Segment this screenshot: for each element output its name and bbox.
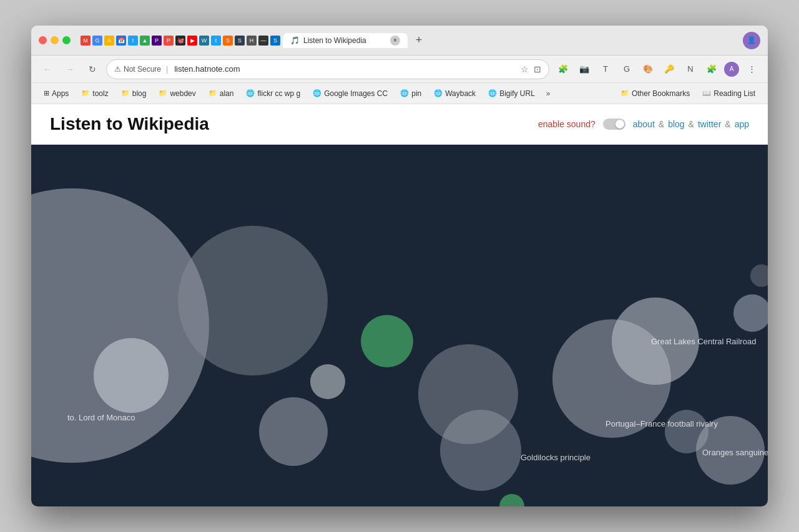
bubble-b11	[612, 297, 699, 385]
bookmark-webdev[interactable]: 📁 webdev	[154, 87, 200, 100]
active-tab-label: Listen to Wikipedia	[303, 36, 366, 45]
tab-icon-s[interactable]: S	[270, 36, 280, 46]
collapsed-tabs: M G A 📅 t ▲ P P 🐙 ▶ W t S S H — S	[81, 36, 280, 46]
bookmark-toolz[interactable]: 📁 toolz	[76, 87, 113, 100]
grammarly-icon[interactable]: G	[618, 60, 635, 78]
globe-icon-1: 🌐	[246, 89, 255, 97]
bubble-b5	[361, 315, 413, 367]
reload-button[interactable]: ↻	[84, 60, 101, 78]
tab-icon-hp[interactable]: H	[247, 36, 257, 46]
tab-bar: M G A 📅 t ▲ P P 🐙 ▶ W t S S H — S 🎵	[81, 32, 738, 49]
tab-icon-tw2[interactable]: t	[211, 36, 221, 46]
bookmark-alan[interactable]: 📁 alan	[203, 87, 239, 100]
apps-icon: ⊞	[44, 89, 49, 97]
tab-icon-yt[interactable]: ▶	[187, 36, 197, 46]
tab-close-button[interactable]: ×	[390, 36, 400, 46]
sep-2: &	[689, 119, 694, 129]
tab-icon-g[interactable]: G	[92, 36, 102, 46]
browser-actions: 🧩 📷 T G 🎨 🔑 N 🧩 A ⋮	[554, 60, 760, 78]
new-tab-button[interactable]: +	[410, 32, 428, 49]
forward-button[interactable]: →	[61, 60, 79, 78]
bubble-b13	[696, 416, 765, 485]
bubble-b15	[750, 264, 768, 287]
profile-icon: 👤	[747, 36, 756, 44]
page-header: Listen to Wikipedia enable sound? about …	[31, 104, 768, 145]
active-tab[interactable]: 🎵 Listen to Wikipedia ×	[283, 33, 408, 48]
bookmark-apps-label: Apps	[52, 89, 69, 98]
app-link[interactable]: app	[735, 119, 749, 129]
security-indicator: ⚠ Not Secure |	[114, 65, 170, 74]
1password-icon[interactable]: 🔑	[660, 60, 678, 78]
traffic-lights	[39, 36, 71, 44]
browser-window: M G A 📅 t ▲ P P 🐙 ▶ W t S S H — S 🎵	[31, 26, 768, 506]
bookmark-other[interactable]: 📁 Other Bookmarks	[615, 87, 695, 100]
enable-sound-link[interactable]: enable sound?	[538, 119, 596, 129]
title-bar: M G A 📅 t ▲ P P 🐙 ▶ W t S S H — S 🎵	[31, 26, 768, 56]
bookmark-bigify-label: Bigify URL	[499, 89, 535, 98]
bookmark-flickr-label: flickr cc wp g	[257, 89, 300, 98]
bookmark-wayback-label: Wayback	[445, 89, 476, 98]
tab-icon-so[interactable]: S	[223, 36, 233, 46]
tab-icon-gh[interactable]: 🐙	[175, 36, 185, 46]
tab-icon-wp[interactable]: W	[199, 36, 209, 46]
warning-icon: ⚠	[114, 65, 121, 74]
screenshot-icon[interactable]: 📷	[576, 60, 593, 78]
bookmark-star-icon[interactable]: ☆	[521, 64, 529, 74]
not-secure-label: Not Secure	[124, 65, 161, 74]
bubble-b2	[178, 226, 328, 375]
cast-icon[interactable]: ⊡	[534, 64, 541, 74]
color-icon[interactable]: 🎨	[639, 60, 657, 78]
reading-list-icon: 📖	[702, 89, 711, 97]
bubble-b26	[94, 338, 169, 413]
bookmark-google-images[interactable]: 🌐 Google Images CC	[308, 87, 393, 100]
notion-icon[interactable]: N	[682, 60, 699, 78]
profile-button[interactable]: 👤	[743, 32, 760, 49]
more-options-button[interactable]: ⋮	[743, 60, 760, 78]
bubble-b3	[259, 397, 328, 466]
bookmark-bigify[interactable]: 🌐 Bigify URL	[483, 87, 540, 100]
bookmark-toolz-label: toolz	[92, 89, 108, 98]
bookmark-wayback[interactable]: 🌐 Wayback	[429, 87, 481, 100]
profile-avatar[interactable]: A	[724, 62, 739, 77]
tab-icon-tw[interactable]: t	[128, 36, 138, 46]
bubble-label-4: Goldilocks principle	[521, 453, 591, 462]
url-actions: ☆ ⊡	[521, 64, 541, 74]
about-link[interactable]: about	[633, 119, 655, 129]
tab-icon-gmail[interactable]: M	[81, 36, 91, 46]
extensions-icon[interactable]: 🧩	[554, 60, 572, 78]
bubble-b7	[440, 410, 521, 491]
bookmark-pin-label: pin	[411, 89, 421, 98]
tab-icon-dash[interactable]: —	[258, 36, 268, 46]
tab-icon-cal[interactable]: 📅	[116, 36, 126, 46]
bookmarks-more-button[interactable]: »	[542, 87, 554, 100]
translate-icon[interactable]: T	[597, 60, 614, 78]
tab-icon-gd[interactable]: ▲	[140, 36, 150, 46]
globe-icon-2: 🌐	[313, 89, 321, 97]
url-bar[interactable]: ⚠ Not Secure | listen.hatnote.com ☆ ⊡	[106, 59, 549, 79]
bookmarks-right: 📁 Other Bookmarks 📖 Reading List	[615, 87, 760, 100]
tab-icon-a[interactable]: A	[104, 36, 114, 46]
tab-icon-pb[interactable]: P	[152, 36, 162, 46]
puzzle-icon[interactable]: 🧩	[703, 60, 720, 78]
minimize-button[interactable]	[51, 36, 59, 44]
bookmark-reading-list[interactable]: 📖 Reading List	[697, 87, 760, 100]
sound-toggle[interactable]	[603, 118, 625, 130]
tab-icon-sp[interactable]: S	[235, 36, 245, 46]
twitter-link[interactable]: twitter	[698, 119, 721, 129]
bookmark-blog[interactable]: 📁 blog	[116, 87, 152, 100]
close-button[interactable]	[39, 36, 47, 44]
canvas-area: to. Lord of MonacoGreat Lakes Central Ra…	[31, 145, 768, 506]
bookmark-flickr[interactable]: 🌐 flickr cc wp g	[241, 87, 305, 100]
globe-icon-3: 🌐	[400, 89, 409, 97]
bubble-b14	[733, 294, 768, 332]
tab-icon-pb2[interactable]: P	[164, 36, 174, 46]
bookmark-apps[interactable]: ⊞ Apps	[39, 87, 74, 100]
globe-icon-4: 🌐	[434, 89, 443, 97]
folder-icon-3: 📁	[159, 89, 167, 97]
back-button[interactable]: ←	[39, 60, 56, 78]
bookmark-pin[interactable]: 🌐 pin	[395, 87, 426, 100]
folder-icon: 📁	[81, 89, 90, 97]
blog-link[interactable]: blog	[668, 119, 684, 129]
maximize-button[interactable]	[62, 36, 71, 44]
header-right: enable sound? about & blog & twitter & a…	[538, 118, 749, 130]
